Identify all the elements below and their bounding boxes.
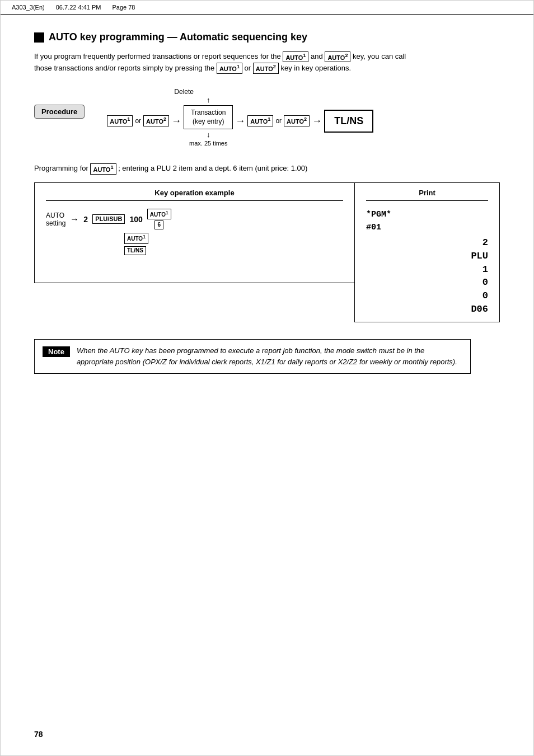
auto-setting-label: AUTO setting xyxy=(46,212,65,227)
transaction-box: Transaction (key entry) xyxy=(184,105,233,130)
auto2-key-start: AUTO2 xyxy=(143,115,169,126)
print-column: Print *PGM*#01 2PLU100D06 xyxy=(354,182,500,322)
note-badge: Note xyxy=(43,346,70,357)
transaction-line1: Transaction xyxy=(191,109,226,116)
auto-keys-end: AUTO1 or AUTO2 xyxy=(247,115,310,126)
transaction-line2: (key entry) xyxy=(193,118,224,125)
example-columns: Key operation example AUTO setting → 2 P… xyxy=(34,182,500,322)
procedure-box: Procedure xyxy=(34,105,85,119)
auto1-stacked2: AUTO1 xyxy=(124,233,148,243)
header-date: 06.7.22 4:41 PM xyxy=(56,4,101,11)
print-data: 2PLU100D06 xyxy=(366,236,488,316)
header-page: Page 78 xyxy=(112,4,135,11)
page-title: AUTO key programming — Automatic sequenc… xyxy=(49,31,307,43)
auto1-key-end: AUTO1 xyxy=(247,115,273,126)
intro-mid1: and xyxy=(311,52,325,60)
auto-keys-start: AUTO1 or AUTO2 xyxy=(107,115,169,126)
or-label-end: or xyxy=(275,117,282,125)
header-bar: A303_3(En) 06.7.22 4:41 PM Page 78 xyxy=(1,1,533,15)
step-num-100: 100 xyxy=(129,215,142,224)
tlns-box: TL/NS xyxy=(324,110,373,133)
delete-label: Delete xyxy=(174,88,194,96)
print-pgm-line: *PGM*#01 xyxy=(366,209,488,234)
or-label-start: or xyxy=(135,117,141,125)
stacked-keys-2: AUTO1 TL/NS xyxy=(124,233,343,255)
main-content: AUTO key programming — Automatic sequenc… xyxy=(1,15,533,396)
title-square-icon xyxy=(34,32,44,43)
intro-mid2: or xyxy=(245,64,253,72)
auto2-key-end: AUTO2 xyxy=(284,115,310,126)
intro-key1: AUTO1 xyxy=(283,51,308,63)
step-num-2: 2 xyxy=(83,215,88,224)
arrow3: → xyxy=(310,115,324,127)
arrow2: → xyxy=(233,115,247,127)
plu-sub-key: PLU/SUB xyxy=(92,214,125,224)
transaction-wrapper: ↑ Transaction (key entry) ↓ max. 25 time… xyxy=(184,96,233,147)
auto1-key-start: AUTO1 xyxy=(107,115,133,126)
intro-paragraph: If you program frequently performed tran… xyxy=(34,51,500,74)
prog-desc: ; entering a PLU 2 item and a dept. 6 it… xyxy=(118,165,307,173)
intro-key4: AUTO2 xyxy=(253,63,279,74)
intro-key2: AUTO2 xyxy=(325,51,350,63)
intro-line1: If you program frequently performed tran… xyxy=(34,52,281,60)
max-label: max. 25 times xyxy=(189,140,227,147)
intro-key3: AUTO1 xyxy=(217,63,242,74)
key-op-column: Key operation example AUTO setting → 2 P… xyxy=(34,182,354,283)
stacked-key-group: AUTO1 6 xyxy=(147,209,171,229)
print-title: Print xyxy=(366,189,488,201)
header-left: A303_3(En) 06.7.22 4:41 PM Page 78 xyxy=(12,4,135,11)
procedure-area: Procedure Delete AUTO1 or AUTO2 xyxy=(34,88,500,147)
arrow1: → xyxy=(169,115,184,127)
note-text: When the AUTO key has been programmed to… xyxy=(77,345,462,368)
section-title: AUTO key programming — Automatic sequenc… xyxy=(34,31,500,43)
main-arrow: → xyxy=(70,214,79,224)
header-doc-id: A303_3(En) xyxy=(12,4,45,11)
print-content: *PGM*#01 2PLU100D06 xyxy=(366,209,488,316)
note-section: Note When the AUTO key has been programm… xyxy=(34,339,471,374)
key-op-title: Key operation example xyxy=(46,189,343,201)
prog-intro: Programming for AUTO1 ; entering a PLU 2… xyxy=(34,163,500,175)
tlns-stacked: TL/NS xyxy=(124,246,146,255)
prog-section: Programming for AUTO1 ; entering a PLU 2… xyxy=(34,163,500,322)
intro-line4: key in key operations. xyxy=(280,64,351,72)
prog-intro-text: Programming for xyxy=(34,165,88,173)
auto1-stacked-top: AUTO1 xyxy=(147,209,171,219)
intro-line3: those transactions and/or reports simply… xyxy=(34,64,214,72)
dept6-stacked: 6 xyxy=(154,220,163,229)
prog-auto-key: AUTO1 xyxy=(90,163,116,175)
page-number: 78 xyxy=(34,730,43,739)
page-container: A303_3(En) 06.7.22 4:41 PM Page 78 AUTO … xyxy=(0,0,534,756)
intro-line2: key, you can call xyxy=(353,52,406,60)
